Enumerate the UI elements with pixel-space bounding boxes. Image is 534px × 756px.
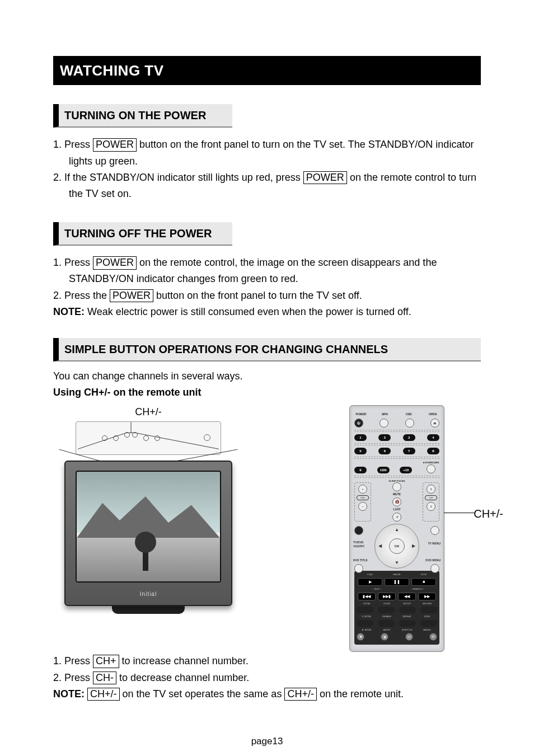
ch-up[interactable]: ∧ (427, 485, 435, 494)
callout-line (444, 513, 474, 513)
mpx-button[interactable] (380, 419, 388, 428)
source-button[interactable] (354, 526, 363, 535)
repeat-button[interactable] (399, 620, 416, 627)
remain-button[interactable] (378, 620, 395, 627)
num-2[interactable]: 2 (378, 434, 391, 441)
amode-button[interactable]: ✖ (357, 633, 364, 641)
slow-button[interactable] (378, 607, 395, 613)
ch-plus-ref: CH+ (93, 655, 119, 668)
tv-screen (76, 471, 221, 583)
num-8[interactable]: 8 (427, 448, 439, 454)
s3-step1: 1. Press CH+ to increase channel number. (53, 654, 481, 668)
nav-left[interactable]: ◀ (378, 543, 382, 550)
tvmenu-button[interactable] (430, 526, 439, 535)
section-changing-channels: SIMPLE BUTTON OPERATIONS FOR CHANGING CH… (53, 338, 481, 361)
num-4[interactable]: 4 (427, 434, 439, 441)
lbl-subtitle: SUBTITLE (397, 628, 417, 632)
skip-prev[interactable]: ▮◀◀ (358, 593, 376, 600)
sleep-button[interactable] (392, 482, 401, 491)
ch-pm-ref: CH+/- (87, 688, 120, 701)
text: 1. Press (53, 139, 93, 150)
ok-button[interactable]: OK (389, 538, 405, 554)
s2-step1-line2: STANDBY/ON indicator changes from green … (69, 272, 481, 286)
num-plus10[interactable]: +10 (400, 467, 412, 473)
zoom-button[interactable] (357, 607, 373, 613)
s1-step1-line1: 1. Press POWER button on the front panel… (53, 138, 481, 152)
s2-note: NOTE: Weak electric power is still consu… (53, 305, 481, 319)
dvdtitle-button[interactable] (354, 564, 363, 573)
text: 2. If the STANDBY/ON indicator still lig… (53, 172, 303, 183)
lbl-pause: PAUSE (383, 573, 410, 576)
skip-next[interactable]: ▶▶▮ (378, 593, 396, 600)
text: to decrease channel number. (119, 672, 249, 683)
subtitle-button[interactable]: ▭ (405, 633, 413, 641)
remote-figure: CH+/- POWER MPX OSD OPEN ⏻ ⏏ 1 2 3 4 (324, 405, 470, 652)
text: 2. Press (53, 672, 93, 683)
text: to increase channel number. (122, 655, 249, 666)
num-10-0[interactable]: 10/0 (377, 467, 390, 473)
vol-down[interactable]: − (358, 502, 367, 511)
nav-right[interactable]: ▶ (412, 543, 415, 550)
nav-down[interactable]: ▼ (395, 560, 399, 566)
text: Weak electric power is still consumed ev… (87, 306, 411, 317)
lbl-last: LAST (390, 508, 404, 511)
svg-line-0 (78, 433, 127, 449)
vol-up[interactable]: + (358, 485, 367, 494)
osd-button[interactable] (405, 419, 414, 428)
panel-btn-ch-minus (124, 432, 130, 438)
lbl-skip: ⌐ SKIP ¬ (357, 588, 397, 591)
tv-body: Initial (64, 461, 232, 606)
power-button[interactable]: ⏻ (354, 419, 363, 428)
search-ff[interactable]: ▶▶ (418, 593, 436, 600)
remote-control: POWER MPX OSD OPEN ⏻ ⏏ 1 2 3 4 5 6 (349, 405, 444, 652)
num-3[interactable]: 3 (403, 434, 415, 441)
s2-step2: 2. Press the POWER button on the front p… (53, 289, 481, 303)
num-1[interactable]: 1 (354, 434, 367, 441)
panel-btn (102, 435, 107, 441)
return-button[interactable] (420, 607, 437, 613)
last-button[interactable]: ↺ (392, 513, 401, 522)
lbl-ch: CH (425, 495, 437, 500)
section-turning-on: TURNING ON THE POWER (53, 104, 232, 128)
power-button-ref: POWER (93, 138, 137, 152)
s1-step2-line1: 2. If the STANDBY/ON indicator still lig… (53, 171, 481, 185)
audio-button[interactable]: ◉ (381, 633, 388, 641)
num-9[interactable]: 9 (354, 467, 367, 473)
lbl-zoom: ZOOM (357, 602, 377, 605)
num-6[interactable]: 6 (378, 448, 391, 454)
panel-btn (113, 435, 119, 441)
num-7[interactable]: 7 (403, 448, 415, 454)
lbl-stop: STOP (410, 573, 437, 576)
lbl-mpx: MPX (378, 412, 392, 416)
lbl-vol: VOL (357, 495, 369, 500)
af-usb-card-button[interactable] (427, 464, 435, 473)
pause-button[interactable]: ❚❚ (385, 578, 409, 586)
ch-down[interactable]: ∨ (427, 502, 435, 511)
open-button[interactable]: ⏏ (430, 419, 439, 428)
lbl-slow: SLOW (377, 602, 397, 605)
pmode-button[interactable] (357, 620, 373, 627)
dvdmenu-button[interactable] (430, 564, 439, 573)
setup-button[interactable] (399, 607, 416, 613)
s1-step2-line2: the TV set on. (69, 187, 481, 201)
lbl-repeat: REPEAT (397, 615, 417, 618)
num-5[interactable]: 5 (354, 448, 367, 454)
text: button on the front panel to turn on the… (139, 139, 474, 150)
wide-button[interactable] (420, 620, 437, 627)
nav-ring[interactable]: OK ▲ ▼ ◀ ▶ (374, 524, 419, 569)
lbl-open: OPEN (426, 412, 439, 416)
play-button[interactable]: ▶ (358, 578, 382, 586)
tv-figure: CH+/- (53, 405, 243, 614)
text: on the TV set operates the same as (123, 688, 285, 699)
lbl-play: PLAY (357, 573, 383, 576)
search-rew[interactable]: ◀◀ (398, 593, 416, 600)
angle-button[interactable]: ⟲ (429, 633, 437, 641)
stop-button[interactable]: ■ (411, 578, 436, 586)
ch-minus-ref: CH- (93, 672, 116, 685)
lbl-mute: MUTE (390, 492, 404, 496)
note-label: NOTE: (53, 306, 85, 317)
mute-button[interactable]: 🔇 (392, 497, 401, 506)
power-button-ref: POWER (303, 171, 347, 185)
text: button on the front panel to turn the TV… (156, 290, 362, 301)
nav-up[interactable]: ▲ (395, 527, 399, 533)
